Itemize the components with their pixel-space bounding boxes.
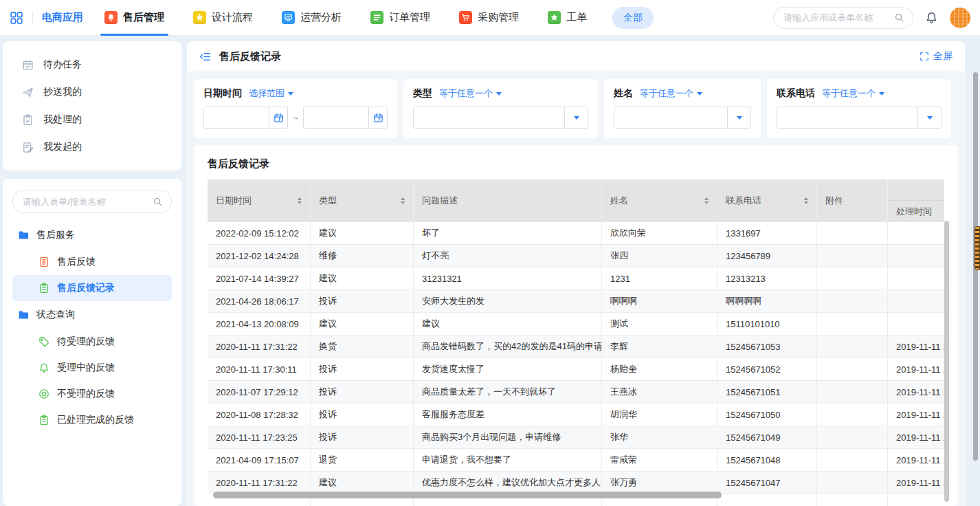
quick-item-label: 我处理的 xyxy=(43,113,82,126)
sidebar-item-待办任务[interactable]: 待办任务 xyxy=(3,51,181,78)
range-separator: ~ xyxy=(293,113,298,123)
cell-desc: 商品发错码数了，买的42的发的是41码的申请换货 xyxy=(414,336,602,358)
tab-订单管理[interactable]: 订单管理 xyxy=(370,0,430,36)
date-end-input[interactable] xyxy=(303,107,388,129)
table-viewport: 日期时间类型问题描述姓名联系电话附件处理时间 2022-02-09 15:12:… xyxy=(208,179,944,506)
cell-desc: 发货速度太慢了 xyxy=(414,358,602,380)
notification-bell-icon[interactable] xyxy=(925,11,938,24)
cell-attachment xyxy=(817,313,888,335)
tree-item-受理中的反馈[interactable]: 受理中的反馈 xyxy=(12,355,172,381)
column-label: 类型 xyxy=(319,195,337,207)
tree-item-待受理的反馈[interactable]: 待受理的反馈 xyxy=(12,329,172,355)
cell-name: 欣欣向荣 xyxy=(602,222,717,244)
tab-label: 售后管理 xyxy=(123,11,164,24)
cell-desc: 商品质量太差了，一天不到就坏了 xyxy=(414,381,602,403)
filter-select-姓名[interactable] xyxy=(614,107,751,129)
tab-售后管理[interactable]: 售后管理 xyxy=(104,0,164,36)
sidebar-item-我发起的[interactable]: 我发起的 xyxy=(3,133,181,161)
date-start-field[interactable] xyxy=(204,107,269,128)
sort-icon[interactable] xyxy=(700,197,709,205)
global-search[interactable] xyxy=(773,7,913,29)
home-app-link[interactable]: 电商应用 xyxy=(42,11,83,24)
folder-售后服务[interactable]: 售后服务 xyxy=(12,221,172,249)
filter-operator[interactable]: 等于任意一个 xyxy=(439,87,502,100)
tree-item-label: 受理中的反馈 xyxy=(57,362,115,374)
avatar[interactable] xyxy=(950,8,970,28)
table-row[interactable]: 2020-11-11 17:23:25投诉商品购买3个月出现问题，申请维修张华1… xyxy=(208,426,944,449)
tree-item-售后反馈记录[interactable]: 售后反馈记录 xyxy=(12,275,172,301)
cell-phone: 15245671052 xyxy=(717,358,817,380)
cell-name: 李辉 xyxy=(602,336,717,358)
list-badge-icon xyxy=(370,11,383,24)
sort-icon[interactable] xyxy=(800,197,808,205)
cell-attachment xyxy=(817,404,888,426)
date-start-input[interactable] xyxy=(203,107,288,129)
filter-operator[interactable]: 等于任意一个 xyxy=(640,87,702,100)
cell-datetime: 2021-07-14 14:39:27 xyxy=(208,267,311,289)
cell-name: 1231 xyxy=(602,267,717,289)
table-row[interactable]: 2022-02-09 15:12:02建议坏了欣欣向荣1331697 xyxy=(208,222,944,245)
filter-select-类型[interactable] xyxy=(413,107,588,129)
table-row[interactable]: 2021-04-13 20:08:09建议建议测试15110101010 xyxy=(208,313,944,336)
tab-设计流程[interactable]: 设计流程 xyxy=(193,0,253,36)
form-search-input[interactable] xyxy=(21,196,153,208)
table-row[interactable]: 2021-04-09 17:15:07退货申请退货，我不想要了雷咸荣152456… xyxy=(208,449,944,472)
all-apps-button[interactable]: 全部 xyxy=(612,7,654,29)
column-label: 处理时间 xyxy=(888,201,944,222)
cell-handled: 2019-11-11 1 xyxy=(888,336,944,358)
filter-operator[interactable]: 等于任意一个 xyxy=(822,87,884,100)
cell-desc: 坏了 xyxy=(414,222,602,244)
cell-name: 啊啊啊 xyxy=(602,290,717,312)
cell-phone: 15245671051 xyxy=(717,381,817,403)
column-label: 姓名 xyxy=(610,195,628,207)
title-bar: 售后反馈记录 全屏 xyxy=(187,41,965,72)
filter-operator[interactable]: 选择范围 xyxy=(249,87,293,100)
cell-type: 维修 xyxy=(311,245,414,267)
table-horizontal-scrollbar[interactable] xyxy=(213,492,722,498)
table-row[interactable]: 2021-04-26 18:06:17投诉安师大发生的发啊啊啊啊啊啊啊 xyxy=(208,290,944,313)
cell-datetime: 2021-04-26 18:06:17 xyxy=(208,290,311,312)
tab-运营分析[interactable]: 运营分析 xyxy=(282,0,342,36)
tab-label: 工单 xyxy=(566,11,587,24)
bell-badge-icon xyxy=(104,11,118,24)
fullscreen-button[interactable]: 全屏 xyxy=(920,50,953,63)
tree-item-已处理完成的反馈[interactable]: 已处理完成的反馈 xyxy=(12,407,172,433)
table-row[interactable]: 2020-11-07 17:29:12投诉商品质量太差了，一天不到就坏了王燕冰1… xyxy=(208,381,944,404)
sidebar-item-抄送我的[interactable]: 抄送我的 xyxy=(3,78,181,106)
tab-label: 运营分析 xyxy=(300,11,342,24)
table-row[interactable]: 2021-12-02 14:24:28维修灯不亮张四123456789 xyxy=(208,245,944,267)
main-panel: 售后反馈记录 全屏 日期时间选择范围~类型等于任意一个姓名等于任意一个联系电话等… xyxy=(187,41,965,506)
menu-fold-icon[interactable] xyxy=(199,51,211,63)
striped-edge-widget[interactable] xyxy=(975,226,980,270)
sort-icon[interactable] xyxy=(293,197,302,205)
table-row[interactable]: 2020-11-11 17:31:22换货商品发错码数了，买的42的发的是41码… xyxy=(208,336,944,358)
calendar-icon[interactable] xyxy=(269,107,287,128)
calendar-icon[interactable] xyxy=(368,107,387,128)
date-end-field[interactable] xyxy=(304,107,368,128)
search-icon xyxy=(153,197,163,207)
table-vertical-scrollbar[interactable] xyxy=(944,221,949,502)
tree-item-售后反馈[interactable]: 售后反馈 xyxy=(12,249,172,275)
form-search[interactable] xyxy=(12,190,172,213)
cell-type: 投诉 xyxy=(311,426,414,448)
cell-attachment xyxy=(817,358,888,380)
sidebar-item-我处理的[interactable]: 我处理的 xyxy=(3,106,181,133)
tree-item-不受理的反馈[interactable]: 不受理的反馈 xyxy=(12,381,172,407)
tab-工单[interactable]: 工单 xyxy=(548,0,587,36)
tab-label: 采购管理 xyxy=(478,11,519,24)
sort-icon[interactable] xyxy=(397,197,405,205)
column-label: 联系电话 xyxy=(726,195,761,207)
cell-type: 投诉 xyxy=(311,381,414,403)
tab-采购管理[interactable]: 采购管理 xyxy=(459,0,519,36)
table-row[interactable]: 2020-11-11 17:30:11投诉发货速度太慢了杨贻奎152456710… xyxy=(208,358,944,381)
cell-handled: 2019-11-11 1 xyxy=(888,472,944,494)
filter-card-联系电话: 联系电话等于任意一个 xyxy=(767,79,951,138)
apps-grid-icon[interactable] xyxy=(10,11,23,25)
folder-状态查询[interactable]: 状态查询 xyxy=(12,301,172,329)
cell-phone: 啊啊啊啊 xyxy=(717,290,817,312)
table-row[interactable]: 2021-07-14 14:39:27建议3123132112311231321… xyxy=(208,267,944,290)
table-row[interactable]: 2020-11-08 17:28:32投诉客服服务态度差胡润华152456710… xyxy=(208,404,944,426)
global-search-input[interactable] xyxy=(782,12,894,23)
filter-select-联系电话[interactable] xyxy=(777,107,942,129)
filter-label: 联系电话 xyxy=(777,87,815,100)
